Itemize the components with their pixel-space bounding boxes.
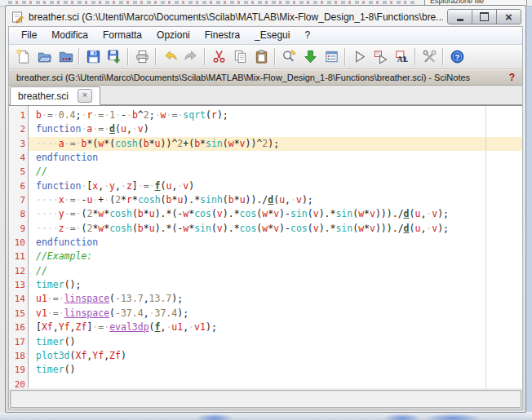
- code-line-15[interactable]: 15v1·=·linspace(-37.4,·37.4);: [9, 307, 522, 321]
- code-navigator-icon: [324, 49, 339, 64]
- execute-button[interactable]: [348, 46, 370, 67]
- cut-button[interactable]: [208, 46, 229, 67]
- maximize-icon: [480, 12, 489, 21]
- open-file-button[interactable]: [33, 46, 55, 67]
- code-line-10[interactable]: 10endfunction: [9, 236, 522, 250]
- code-line-7[interactable]: 7····x·=·-u·+·(2*r*cosh(b*u).*sinh(b*u))…: [9, 193, 522, 207]
- paste-button[interactable]: [250, 46, 272, 67]
- redo-icon: [184, 49, 199, 64]
- line-number: 20: [9, 378, 29, 388]
- line-number: 1: [9, 108, 29, 122]
- line-number: 3: [9, 137, 29, 151]
- line-number: 6: [9, 179, 29, 193]
- code-lines: 1b·=·0.4;·r·=·1·-·b^2;·w·=·sqrt(r);2func…: [9, 108, 522, 388]
- toolbar-separator: [204, 48, 206, 65]
- menu-item-finestra[interactable]: Finestra: [197, 28, 247, 43]
- code-line-4[interactable]: 4endfunction: [9, 151, 522, 165]
- toolbar-separator: [442, 48, 444, 65]
- help-icon: ?: [450, 49, 465, 64]
- minimize-icon: [457, 19, 463, 21]
- title-bar[interactable]: breather.sci (G:\Utenti\Marco\Documents\…: [6, 6, 525, 26]
- undo-icon: [162, 49, 178, 64]
- menu-item-modifica[interactable]: Modifica: [44, 28, 95, 43]
- open-file-icon: [37, 49, 52, 64]
- taskbar-icon-blur: [196, 413, 233, 420]
- line-number: 13: [9, 278, 29, 292]
- line-number: 9: [9, 222, 29, 236]
- line-number: 19: [9, 363, 29, 377]
- menu-item-help[interactable]: ?: [297, 28, 317, 43]
- code-line-11[interactable]: 11//Example:: [9, 250, 522, 263]
- code-line-16[interactable]: 16[Xf,Yf,Zf]·=·eval3dp(f,·u1,·v1);: [9, 321, 522, 334]
- undo-button[interactable]: [159, 46, 180, 67]
- preferences-icon: [422, 49, 437, 64]
- code-line-8[interactable]: 8····y·=·(2*w*cosh(b*u).*(-w*cos(v).*cos…: [9, 207, 522, 221]
- preferences-button[interactable]: [419, 46, 440, 67]
- window-controls: [448, 9, 521, 24]
- status-bar: [10, 390, 521, 408]
- code-line-19[interactable]: 19timer(): [9, 363, 522, 377]
- copy-button[interactable]: [229, 46, 250, 67]
- svg-text:?: ?: [454, 52, 459, 61]
- code-text: v1·=·linspace(-37.4,·37.4);: [29, 307, 522, 321]
- print-button[interactable]: [131, 46, 153, 67]
- code-line-17[interactable]: 17timer(): [9, 335, 522, 349]
- toolbar-separator: [127, 48, 129, 65]
- code-text: //: [29, 264, 522, 278]
- open-source-button[interactable]: [55, 46, 76, 67]
- help-button[interactable]: ?: [446, 46, 468, 67]
- tab-label: breather.sci: [18, 91, 69, 102]
- window-client-area: FileModificaFormattaOpzioniFinestra_Eseg…: [8, 26, 523, 409]
- line-number: 12: [9, 264, 29, 278]
- code-line-18[interactable]: 18plot3d(Xf,Yf,Zf): [9, 349, 522, 363]
- new-file-button[interactable]: [12, 46, 33, 67]
- menu-item-formatta[interactable]: Formatta: [95, 28, 149, 43]
- execute-file-button[interactable]: [370, 46, 391, 67]
- close-button[interactable]: [496, 9, 521, 24]
- load-into-scilab-button[interactable]: [299, 46, 321, 67]
- code-text: timer(): [29, 363, 522, 377]
- line-number: 10: [9, 236, 29, 250]
- code-text: endfunction: [29, 151, 522, 165]
- maximize-button[interactable]: [472, 9, 497, 24]
- code-text: [29, 378, 522, 388]
- menu-item-file[interactable]: File: [14, 28, 44, 43]
- taskbar-icon-blur: [383, 413, 421, 420]
- minimize-button[interactable]: [447, 9, 472, 24]
- code-text: function·a·=·d(u,·v): [29, 122, 522, 136]
- code-navigator-button[interactable]: [321, 46, 342, 67]
- line-number: 8: [9, 207, 29, 221]
- code-line-13[interactable]: 13timer();: [9, 278, 522, 292]
- background-clipped-text: [8, 1, 418, 4]
- code-line-6[interactable]: 6function·[x,·y,·z]·=·f(u,·v): [9, 179, 522, 193]
- document-status-bar: breather.sci (G:\Utenti\Marco\Documents\…: [9, 69, 522, 86]
- code-line-3[interactable]: 3····a·=·b*(w*(cosh(b*u))^2+(b*sin(w*v))…: [9, 137, 522, 151]
- code-text: endfunction: [29, 236, 522, 250]
- code-line-5[interactable]: 5//: [9, 165, 522, 179]
- save-button[interactable]: [82, 46, 104, 67]
- line-number: 2: [9, 122, 29, 136]
- code-text: [Xf,Yf,Zf]·=·eval3dp(f,·u1,·v1);: [29, 321, 522, 334]
- code-line-20[interactable]: 20: [9, 378, 522, 388]
- menu-item-esegui[interactable]: _Esegui: [247, 28, 297, 43]
- code-line-2[interactable]: 2function·a·=·d(u,·v): [9, 122, 522, 136]
- menu-item-opzioni[interactable]: Opzioni: [149, 28, 197, 43]
- code-line-9[interactable]: 9····z·=·(2*w*cosh(b*u).*(-w*sin(v).*cos…: [9, 222, 522, 236]
- find-replace-button[interactable]: [278, 46, 299, 67]
- toolbar-separator: [344, 48, 346, 65]
- code-line-14[interactable]: 14u1·=·linspace(-13.7,13.7);: [9, 292, 522, 306]
- cut-icon: [211, 49, 227, 64]
- find-replace-icon: [282, 49, 297, 64]
- editor[interactable]: 1b·=·0.4;·r·=·1·-·b^2;·w·=·sqrt(r);2func…: [9, 105, 522, 388]
- code-text: timer(): [29, 335, 522, 349]
- execute-until-caret-button[interactable]: ALt: [391, 46, 412, 67]
- tab-breather-sci[interactable]: breather.sci ×: [10, 86, 100, 105]
- code-line-12[interactable]: 12//: [9, 264, 522, 278]
- execute-file-icon: [373, 49, 388, 64]
- redo-button[interactable]: [180, 46, 202, 67]
- tab-close-icon[interactable]: ×: [78, 89, 92, 103]
- save-as-button[interactable]: [104, 46, 125, 67]
- line-number: 7: [9, 193, 29, 207]
- code-line-1[interactable]: 1b·=·0.4;·r·=·1·-·b^2;·w·=·sqrt(r);: [9, 108, 522, 122]
- code-text: u1·=·linspace(-13.7,13.7);: [29, 292, 522, 306]
